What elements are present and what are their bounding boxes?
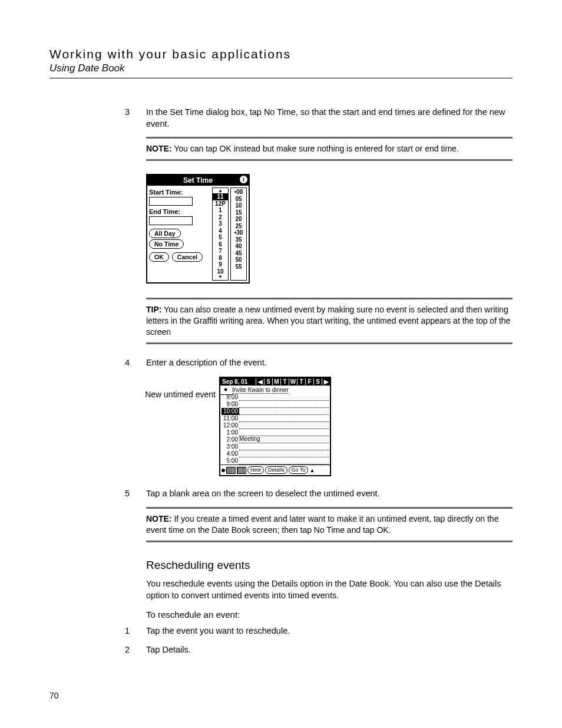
- no-time-button[interactable]: No Time: [149, 239, 184, 249]
- step-row: 3In the Set Time dialog box, tap No Time…: [125, 107, 513, 130]
- day-row[interactable]: 11:00: [222, 415, 329, 422]
- view-dot-icon[interactable]: [222, 469, 225, 472]
- section-title: Using Date Book: [49, 62, 513, 74]
- nav-day[interactable]: W: [289, 378, 297, 385]
- step-number: 5: [125, 488, 146, 500]
- day-row[interactable]: 4:00: [222, 450, 329, 457]
- day-row[interactable]: 3:00: [222, 443, 329, 450]
- note-callout-2: NOTE: If you create a timed event and la…: [146, 507, 513, 542]
- tip-callout: TIP: You can also create a new untimed e…: [146, 298, 513, 344]
- time-label[interactable]: 9:00: [222, 401, 239, 408]
- untimed-event-text: Invite Kwain to dinner: [232, 387, 289, 394]
- view-month-icon[interactable]: [237, 467, 246, 474]
- day-view-screen: Sep 8, 01 ◀SMTWTFS▶ Invite Kwain to dinn…: [219, 377, 331, 476]
- day-row[interactable]: 9:00: [222, 401, 329, 408]
- ok-button[interactable]: OK: [149, 252, 169, 262]
- hours-picker[interactable]: ▲1112P12345678910▼: [212, 187, 229, 281]
- dialog-title-text: Set Time: [183, 176, 213, 185]
- time-label[interactable]: 5:00: [222, 457, 239, 465]
- time-label[interactable]: 11:00: [222, 415, 239, 422]
- nav-right-icon[interactable]: ▶: [322, 378, 330, 385]
- nav-day[interactable]: M: [272, 378, 280, 385]
- step-text: Tap a blank area on the screen to desele…: [146, 488, 513, 500]
- note-text-2: If you create a timed event and later wa…: [146, 514, 498, 535]
- scroll-up-icon[interactable]: ▲: [309, 467, 315, 473]
- rescheduling-heading: Rescheduling events: [146, 559, 513, 572]
- goto-button[interactable]: Go To: [289, 466, 309, 474]
- step-row: 5Tap a blank area on the screen to desel…: [125, 488, 513, 500]
- step-number: 3: [125, 107, 146, 130]
- day-row[interactable]: 2:00Meeting: [222, 436, 329, 443]
- start-time-field[interactable]: [149, 197, 193, 206]
- set-time-title: Set Time i: [147, 175, 249, 186]
- time-label[interactable]: 3:00: [222, 443, 239, 450]
- step-number: 2: [125, 644, 146, 656]
- day-row[interactable]: 12:00: [222, 422, 329, 429]
- new-button[interactable]: New: [247, 466, 264, 474]
- note-text: You can tap OK instead but make sure not…: [174, 144, 459, 153]
- page-header: Working with your basic applications Usi…: [49, 47, 513, 78]
- all-day-button[interactable]: All Day: [149, 229, 181, 238]
- note-callout: NOTE: You can tap OK instead but make su…: [146, 137, 513, 161]
- step-row: 4Enter a description of the event.: [125, 357, 513, 369]
- cancel-button[interactable]: Cancel: [172, 252, 203, 262]
- rescheduling-paragraph: You reschedule events using the Details …: [146, 578, 513, 602]
- chapter-title: Working with your basic applications: [49, 47, 513, 61]
- time-label[interactable]: 1:00: [222, 429, 239, 436]
- end-time-label: End Time:: [149, 208, 210, 215]
- step-number: 4: [125, 357, 146, 369]
- nav-day[interactable]: S: [264, 378, 272, 385]
- step-row: 2Tap Details.: [125, 644, 513, 656]
- time-label[interactable]: 4:00: [222, 450, 239, 457]
- tip-label: TIP:: [146, 305, 161, 314]
- nav-day[interactable]: T: [297, 378, 305, 385]
- end-time-field[interactable]: [149, 216, 193, 225]
- step-text: Tap Details.: [146, 644, 513, 656]
- nav-day[interactable]: T: [280, 378, 289, 385]
- start-time-label: Start Time:: [149, 189, 210, 196]
- details-button[interactable]: Details: [265, 466, 287, 474]
- step-text: Tap the event you want to reschedule.: [146, 625, 513, 637]
- day-view-date[interactable]: Sep 8, 01: [220, 378, 249, 386]
- step-number: 1: [125, 625, 146, 637]
- minutes-picker[interactable]: •000510152025•303540455055: [230, 187, 247, 281]
- day-row[interactable]: 1:00: [222, 429, 329, 436]
- tip-text: You can also create a new untimed event …: [146, 305, 510, 337]
- step-text: In the Set Time dialog box, tap No Time,…: [146, 107, 513, 130]
- event-text[interactable]: Meeting: [239, 436, 260, 443]
- nav-day[interactable]: S: [313, 378, 322, 385]
- nav-left-icon[interactable]: ◀: [256, 378, 264, 385]
- note-label: NOTE:: [146, 144, 172, 153]
- rescheduling-procedure-title: To reschedule an event:: [146, 610, 513, 620]
- figure-caption: New untimed event: [125, 377, 219, 399]
- untimed-event-row[interactable]: Invite Kwain to dinner: [222, 387, 329, 394]
- step-text: Enter a description of the event.: [146, 357, 513, 369]
- info-icon[interactable]: i: [240, 176, 247, 183]
- day-row[interactable]: 10:00: [222, 408, 329, 415]
- nav-day[interactable]: F: [305, 378, 313, 385]
- note-label-2: NOTE:: [146, 514, 172, 523]
- day-row[interactable]: 5:00: [222, 457, 329, 465]
- view-week-icon[interactable]: [226, 467, 236, 474]
- day-row[interactable]: 8:00: [222, 394, 329, 401]
- time-label[interactable]: 2:00: [222, 436, 239, 443]
- time-label[interactable]: 12:00: [222, 422, 239, 429]
- set-time-dialog: Set Time i Start Time: End Time: All Day…: [146, 174, 250, 284]
- step-row: 1Tap the event you want to reschedule.: [125, 625, 513, 637]
- time-label[interactable]: 10:00: [222, 408, 239, 415]
- page-number: 70: [49, 691, 513, 700]
